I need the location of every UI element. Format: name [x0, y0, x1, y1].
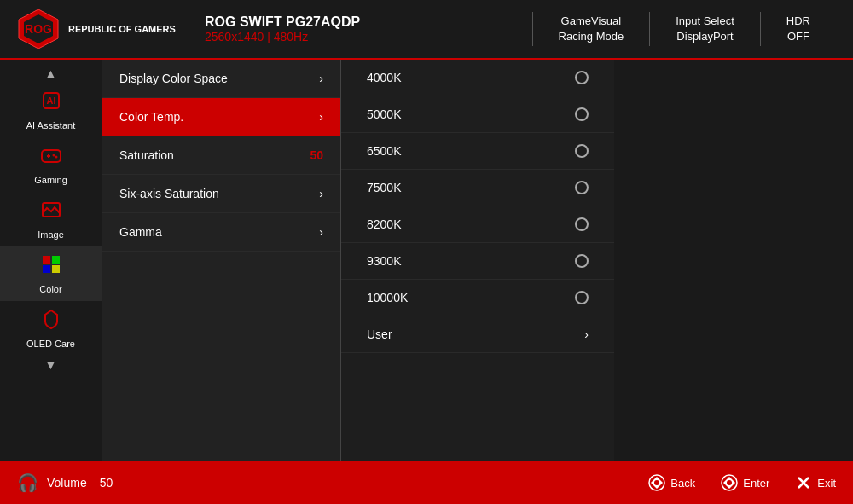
sidebar-label-oled-care: OLED Care: [26, 339, 75, 349]
sidebar-label-ai: AI Assistant: [26, 120, 75, 130]
image-icon: [40, 199, 62, 226]
main-content: ▲ AI AI Assistant Gaming Image Color: [0, 60, 853, 461]
sidebar-label-image: Image: [38, 229, 64, 240]
enter-button[interactable]: Enter: [721, 474, 769, 491]
svg-text:ROG: ROG: [25, 22, 52, 36]
menu-arrow-display-color-space: ›: [319, 72, 323, 85]
option-radio-5000k[interactable]: [575, 107, 589, 121]
exit-button[interactable]: Exit: [795, 474, 836, 491]
back-button[interactable]: Back: [648, 474, 695, 491]
option-6500k[interactable]: 6500K: [341, 133, 614, 170]
brand-text: REPUBLIC OF GAMERS: [68, 23, 176, 35]
option-radio-9300k[interactable]: [575, 254, 589, 268]
svg-rect-5: [42, 150, 61, 162]
menu-arrow-gamma: ›: [319, 225, 323, 239]
header-info: GameVisual Racing Mode Input Select Disp…: [532, 12, 836, 46]
ai-assistant-icon: AI: [40, 90, 62, 117]
rog-logo-icon: ROG: [17, 8, 60, 50]
sidebar: ▲ AI AI Assistant Gaming Image Color: [0, 60, 102, 461]
option-radio-10000k[interactable]: [575, 291, 589, 304]
menu-value-saturation: 50: [310, 148, 323, 162]
model-resolution: 2560x1440 | 480Hz: [205, 30, 375, 43]
back-nav-icon: [648, 474, 665, 491]
game-visual-info: GameVisual Racing Mode: [533, 14, 650, 44]
svg-point-8: [52, 154, 55, 157]
header: ROG REPUBLIC OF GAMERS ROG SWIFT PG27AQD…: [0, 0, 853, 60]
model-name: ROG SWIFT PG27AQDP: [205, 14, 375, 30]
option-radio-7500k[interactable]: [575, 181, 589, 194]
sidebar-label-color: Color: [39, 284, 61, 294]
option-label-5000k: 5000K: [367, 107, 401, 121]
option-label-8200k: 8200K: [367, 217, 401, 231]
menu-label-six-axis: Six-axis Saturation: [119, 187, 219, 200]
input-select-info: Input Select DisplayPort: [650, 14, 760, 44]
sidebar-up-arrow[interactable]: ▲: [45, 64, 57, 83]
logo-area: ROG REPUBLIC OF GAMERS: [17, 8, 188, 50]
exit-x-icon: [795, 474, 812, 491]
back-label: Back: [670, 477, 695, 490]
sidebar-item-gaming[interactable]: Gaming: [0, 137, 102, 192]
svg-rect-14: [52, 265, 60, 273]
svg-point-17: [654, 480, 659, 485]
svg-rect-13: [43, 265, 50, 273]
volume-value: 50: [100, 476, 113, 490]
menu-label-display-color-space: Display Color Space: [119, 72, 228, 85]
menu-arrow-color-temp: ›: [319, 110, 323, 124]
option-radio-4000k[interactable]: [575, 71, 589, 84]
sidebar-down-arrow[interactable]: ▼: [45, 356, 57, 374]
option-10000k[interactable]: 10000K: [341, 280, 614, 316]
option-radio-6500k[interactable]: [575, 144, 589, 158]
menu-item-gamma[interactable]: Gamma ›: [102, 213, 340, 252]
footer: 🎧 Volume 50 Back Enter Exit: [0, 461, 853, 504]
menu-label-color-temp: Color Temp.: [119, 110, 183, 124]
option-4000k[interactable]: 4000K: [341, 60, 614, 96]
header-model: ROG SWIFT PG27AQDP 2560x1440 | 480Hz: [205, 14, 375, 43]
right-panel: [614, 60, 853, 461]
sidebar-item-ai-assistant[interactable]: AI AI Assistant: [0, 83, 102, 137]
option-8200k[interactable]: 8200K: [341, 206, 614, 243]
svg-rect-11: [43, 256, 50, 264]
menu-item-saturation[interactable]: Saturation 50: [102, 136, 340, 175]
enter-label: Enter: [743, 477, 769, 490]
menu-panel: Display Color Space › Color Temp. › Satu…: [102, 60, 341, 461]
svg-text:AI: AI: [46, 96, 55, 106]
menu-arrow-six-axis: ›: [319, 187, 323, 200]
menu-item-display-color-space[interactable]: Display Color Space ›: [102, 60, 340, 98]
option-label-user: User: [367, 327, 392, 341]
sidebar-item-oled-care[interactable]: OLED Care: [0, 301, 102, 356]
svg-point-20: [727, 480, 732, 485]
oled-care-icon: [40, 308, 62, 335]
option-user[interactable]: User ›: [341, 316, 614, 353]
svg-point-9: [55, 156, 57, 159]
option-label-7500k: 7500K: [367, 181, 401, 194]
option-5000k[interactable]: 5000K: [341, 96, 614, 133]
option-label-6500k: 6500K: [367, 144, 401, 158]
sidebar-item-image[interactable]: Image: [0, 192, 102, 246]
option-label-9300k: 9300K: [367, 254, 401, 268]
gaming-icon: [40, 144, 62, 171]
sidebar-item-color[interactable]: Color: [0, 246, 102, 301]
menu-label-gamma: Gamma: [119, 225, 162, 239]
color-icon: [40, 253, 62, 281]
menu-label-saturation: Saturation: [119, 148, 174, 162]
footer-controls: Back Enter Exit: [648, 474, 836, 491]
hdr-info: HDR OFF: [761, 14, 836, 44]
sidebar-label-gaming: Gaming: [34, 175, 67, 185]
option-label-10000k: 10000K: [367, 291, 408, 304]
svg-rect-12: [52, 256, 60, 264]
option-label-4000k: 4000K: [367, 71, 401, 84]
exit-label: Exit: [817, 477, 836, 490]
option-arrow-user: ›: [584, 327, 589, 341]
menu-item-six-axis[interactable]: Six-axis Saturation ›: [102, 175, 340, 213]
volume-label: Volume: [47, 476, 87, 490]
headphone-icon: 🎧: [17, 472, 38, 493]
options-panel: 4000K 5000K 6500K 7500K 8200K 9300K 1000…: [341, 60, 614, 461]
footer-volume: 🎧 Volume 50: [17, 472, 145, 493]
menu-item-color-temp[interactable]: Color Temp. ›: [102, 98, 340, 136]
option-radio-8200k[interactable]: [575, 217, 589, 231]
option-7500k[interactable]: 7500K: [341, 170, 614, 206]
option-9300k[interactable]: 9300K: [341, 243, 614, 280]
enter-nav-icon: [721, 474, 738, 491]
